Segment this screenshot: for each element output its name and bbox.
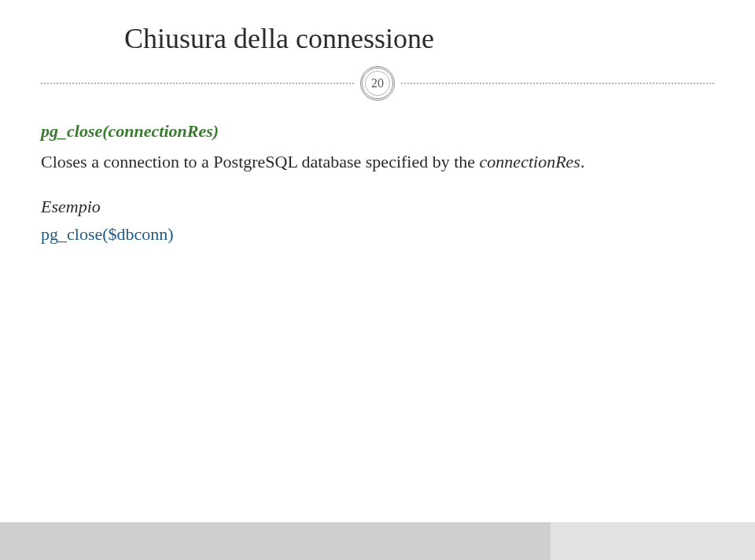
divider-line-left xyxy=(41,83,354,84)
footer-right-segment xyxy=(551,522,755,560)
description-prefix: Closes a connection to a PostgreSQL data… xyxy=(41,152,480,171)
slide-container: Chiusura della connessione 20 pg_close(c… xyxy=(0,0,755,560)
function-description: Closes a connection to a PostgreSQL data… xyxy=(41,149,714,175)
description-suffix: . xyxy=(580,152,585,171)
page-number-text: 20 xyxy=(371,76,384,90)
content-block: pg_close(connectionRes) Closes a connect… xyxy=(41,118,714,247)
page-number-badge: 20 xyxy=(360,66,395,101)
function-signature: pg_close(connectionRes) xyxy=(41,118,714,144)
example-label: Esempio xyxy=(41,193,714,219)
divider-row: 20 xyxy=(41,66,714,101)
description-param: connectionRes xyxy=(480,152,580,171)
footer-left-segment xyxy=(0,522,551,560)
slide-title: Chiusura della connessione xyxy=(41,22,714,55)
example-code: pg_close($dbconn) xyxy=(41,221,714,247)
footer-bar xyxy=(0,522,755,560)
divider-line-right xyxy=(401,83,714,84)
